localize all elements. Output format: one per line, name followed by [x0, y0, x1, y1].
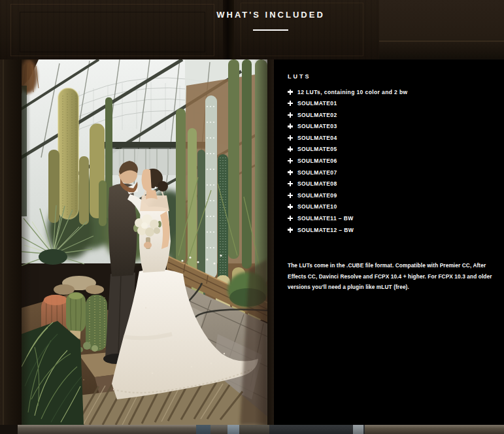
lut-item-label: SOULMATE11 – BW [297, 215, 354, 222]
lut-item-label: SOULMATE12 – BW [297, 227, 354, 233]
wood-panel-molding [379, 41, 504, 42]
lut-list-item[interactable]: SOULMATE02 [288, 112, 491, 118]
next-section-fragment [18, 425, 196, 434]
lut-list-item[interactable]: SOULMATE01 [288, 101, 491, 107]
lut-list-item[interactable]: SOULMATE08 [288, 181, 491, 187]
plus-icon[interactable] [288, 170, 293, 175]
lut-item-label: SOULMATE04 [297, 135, 337, 141]
lut-list-item[interactable]: SOULMATE11 – BW [288, 215, 491, 221]
section-title: WHAT'S INCLUDED [37, 10, 504, 20]
plus-icon[interactable] [288, 146, 293, 152]
lut-list-item[interactable]: SOULMATE06 [288, 158, 491, 163]
section-divider [253, 29, 288, 31]
included-panel: LUTS 12 LUTs, containing 10 color and 2 … [274, 59, 504, 425]
next-section-strip [0, 425, 504, 434]
plus-icon[interactable] [288, 112, 293, 118]
lut-list-item[interactable]: SOULMATE12 – BW [288, 227, 491, 233]
product-photo [22, 59, 267, 425]
next-section-fragment [227, 425, 239, 434]
plus-icon[interactable] [288, 135, 293, 141]
lut-list-item[interactable]: 12 LUTs, containing 10 color and 2 bw [288, 89, 491, 95]
lut-list-item[interactable]: SOULMATE05 [288, 146, 491, 152]
lut-item-label: 12 LUTs, containing 10 color and 2 bw [297, 89, 408, 95]
plus-icon[interactable] [288, 227, 293, 233]
lut-list-item[interactable]: SOULMATE10 [288, 204, 491, 210]
plus-icon[interactable] [288, 204, 293, 209]
next-section-fragment [353, 425, 363, 434]
format-description: The LUTs come in the .CUBE file format. … [288, 260, 493, 293]
lut-item-label: SOULMATE02 [297, 112, 337, 118]
plus-icon[interactable] [288, 181, 293, 186]
lut-list-item[interactable]: SOULMATE04 [288, 135, 491, 141]
lut-item-label: SOULMATE07 [297, 169, 337, 176]
next-section-fragment [269, 425, 365, 434]
wood-background-gap [267, 59, 274, 425]
next-section-fragment [365, 425, 504, 434]
wood-panel-molding [3, 59, 4, 425]
plus-icon[interactable] [288, 158, 293, 163]
wedding-greenhouse-photo [22, 59, 267, 425]
lut-list-item[interactable]: SOULMATE09 [288, 192, 491, 198]
plus-icon[interactable] [288, 124, 293, 129]
panel-heading: LUTS [288, 73, 491, 80]
lut-item-label: SOULMATE08 [297, 180, 337, 187]
lut-item-label: SOULMATE05 [297, 146, 337, 152]
next-section-fragment [239, 425, 269, 434]
section-header: WHAT'S INCLUDED [37, 10, 504, 31]
lut-item-label: SOULMATE09 [297, 192, 337, 199]
plus-icon[interactable] [288, 101, 293, 106]
lut-list: 12 LUTs, containing 10 color and 2 bw SO… [288, 89, 491, 233]
plus-icon[interactable] [288, 193, 293, 198]
lut-item-label: SOULMATE01 [297, 100, 337, 107]
lut-item-label: SOULMATE10 [297, 203, 337, 210]
next-section-fragment [210, 425, 227, 434]
plus-icon[interactable] [288, 216, 293, 221]
lut-item-label: SOULMATE03 [297, 123, 337, 129]
whats-included-section: WHAT'S INCLUDED [0, 0, 504, 434]
plus-icon[interactable] [288, 90, 293, 95]
lut-item-label: SOULMATE06 [297, 158, 337, 164]
lut-list-item[interactable]: SOULMATE03 [288, 124, 491, 129]
lut-list-item[interactable]: SOULMATE07 [288, 169, 491, 175]
next-section-fragment [196, 425, 210, 434]
